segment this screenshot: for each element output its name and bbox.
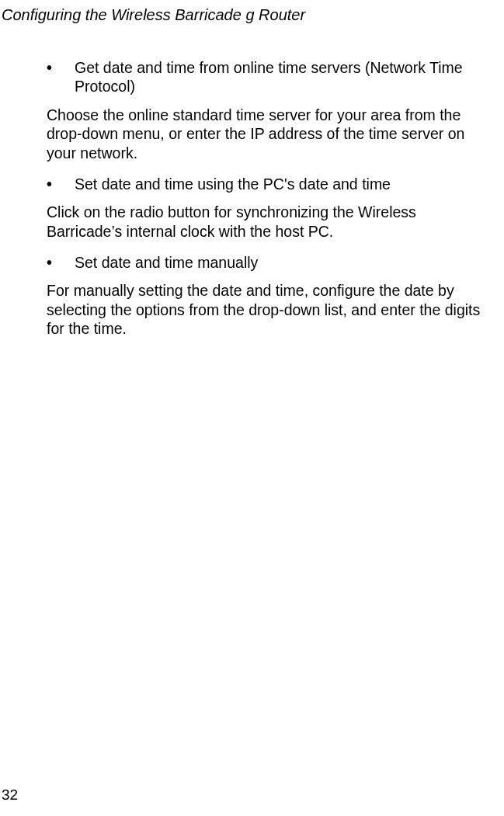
bullet-text: Set date and time using the PC's date an… — [75, 175, 481, 193]
bullet-text: Get date and time from online time serve… — [75, 58, 481, 96]
bullet-marker: • — [47, 175, 75, 193]
bullet-marker: • — [47, 58, 75, 96]
paragraph: For manually setting the date and time, … — [47, 281, 481, 338]
paragraph: Click on the radio button for synchroniz… — [47, 203, 481, 241]
bullet-marker: • — [47, 253, 75, 272]
page-header: Configuring the Wireless Barricade g Rou… — [2, 0, 481, 24]
bullet-item: • Set date and time manually — [47, 253, 481, 272]
bullet-item: • Get date and time from online time ser… — [47, 58, 481, 96]
bullet-text: Set date and time manually — [75, 253, 481, 272]
page-container: Configuring the Wireless Barricade g Rou… — [0, 0, 504, 816]
page-number: 32 — [2, 786, 18, 804]
paragraph: Choose the online standard time server f… — [47, 106, 481, 162]
page-content: • Get date and time from online time ser… — [23, 24, 481, 339]
bullet-item: • Set date and time using the PC's date … — [47, 175, 481, 193]
